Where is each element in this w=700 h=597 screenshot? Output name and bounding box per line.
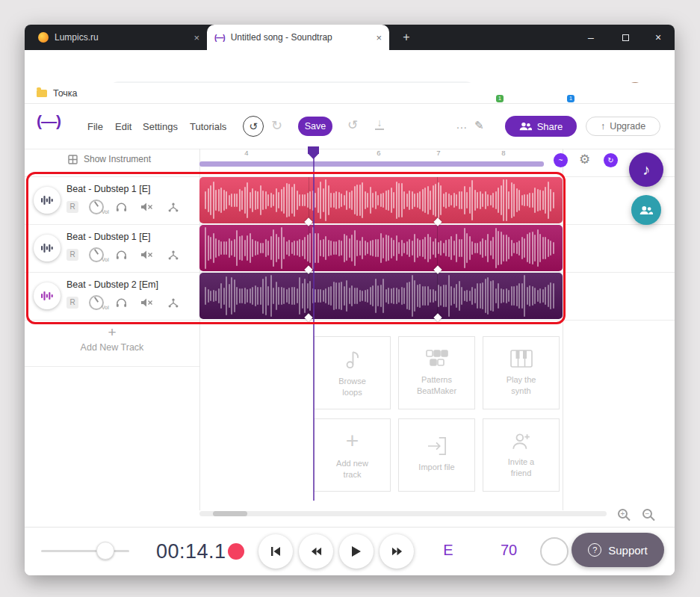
track-instrument-button[interactable] bbox=[34, 187, 61, 214]
scrollbar-thumb[interactable] bbox=[213, 511, 247, 516]
waveform-bar bbox=[335, 241, 337, 255]
waveform-bar bbox=[506, 235, 507, 262]
tab-close-icon[interactable]: × bbox=[376, 32, 382, 43]
wave-settings-button[interactable]: ~ bbox=[554, 153, 568, 167]
share-label: Share bbox=[537, 121, 563, 132]
plus-icon: + bbox=[25, 325, 199, 340]
sync-button[interactable]: ↻ bbox=[604, 153, 618, 167]
automation-button[interactable] bbox=[168, 250, 179, 263]
waveform-bar bbox=[205, 287, 206, 306]
new-tab-button[interactable]: + bbox=[398, 29, 415, 46]
waveform-bar bbox=[255, 191, 256, 210]
clip-waveform[interactable] bbox=[199, 177, 563, 223]
waveform-bar bbox=[393, 288, 394, 303]
rename-pencil-icon[interactable]: ✎ bbox=[474, 119, 484, 132]
mute-button[interactable] bbox=[140, 202, 153, 215]
card-import-file[interactable]: Import file bbox=[398, 418, 475, 492]
undo-button[interactable]: ↺ bbox=[243, 116, 264, 137]
playhead-marker[interactable] bbox=[308, 146, 319, 159]
minimize-button[interactable]: – bbox=[577, 25, 604, 50]
waveform-bar bbox=[344, 195, 345, 205]
monitor-button[interactable] bbox=[116, 202, 127, 215]
waveform-bar bbox=[527, 287, 528, 305]
redo-button[interactable]: ↻ bbox=[271, 117, 282, 134]
maximize-button[interactable] bbox=[612, 25, 639, 50]
card-invite-friend[interactable]: Invite a friend bbox=[483, 418, 560, 492]
menu-edit[interactable]: Edit bbox=[115, 121, 131, 132]
waveform-bar bbox=[349, 288, 350, 303]
waveform-bar bbox=[534, 188, 536, 212]
monitor-button[interactable] bbox=[116, 297, 127, 311]
waveform-bar bbox=[356, 240, 358, 257]
waveform-bar bbox=[464, 228, 465, 268]
clip-waveform[interactable] bbox=[199, 273, 563, 319]
tab-lumpics[interactable]: Lumpics.ru × bbox=[31, 25, 207, 50]
record-arm-button[interactable]: R bbox=[66, 249, 78, 261]
waveform-bar bbox=[234, 239, 235, 258]
rewind-button[interactable] bbox=[299, 534, 333, 569]
waveform-bar bbox=[210, 237, 211, 259]
track-instrument-button[interactable] bbox=[34, 235, 61, 262]
waveform-bar bbox=[323, 290, 324, 302]
share-button[interactable]: Share bbox=[505, 116, 577, 137]
waveform-bar bbox=[380, 194, 382, 207]
support-button[interactable]: ? Support bbox=[572, 533, 664, 567]
zoom-in-button[interactable]: + bbox=[618, 509, 628, 519]
tempo-display[interactable]: 70 bbox=[494, 542, 524, 559]
skip-start-button[interactable] bbox=[258, 534, 293, 569]
waveform-bar bbox=[220, 283, 222, 309]
waveform-bar bbox=[513, 243, 515, 254]
record-arm-button[interactable]: R bbox=[66, 201, 78, 213]
waveform-bar bbox=[466, 290, 468, 302]
timeline-ruler[interactable] bbox=[199, 161, 544, 167]
clip-waveform[interactable] bbox=[199, 225, 563, 271]
show-instrument-toggle[interactable]: Show Instrument bbox=[68, 154, 151, 164]
mute-button[interactable] bbox=[140, 250, 153, 263]
collaboration-fab-button[interactable] bbox=[631, 195, 661, 225]
card-add-track[interactable]: + Add new track bbox=[314, 418, 391, 492]
key-display[interactable]: E bbox=[437, 542, 459, 559]
soundtrap-logo[interactable]: (—) bbox=[37, 112, 61, 130]
master-volume-slider[interactable] bbox=[41, 550, 129, 552]
card-browse-loops[interactable]: Browse loops bbox=[314, 336, 391, 409]
menu-tutorials[interactable]: Tutorials bbox=[190, 121, 226, 132]
play-button[interactable] bbox=[339, 534, 374, 569]
history-icon[interactable]: ↺ bbox=[347, 117, 358, 133]
menu-file[interactable]: File bbox=[87, 121, 103, 132]
waveform-bar bbox=[506, 288, 507, 303]
add-new-track-button[interactable]: + Add New Track bbox=[25, 325, 199, 353]
waveform-bar bbox=[495, 288, 497, 303]
tab-soundtrap[interactable]: (—) Untitled song - Soundtrap × bbox=[207, 25, 389, 50]
volume-slider-knob[interactable] bbox=[96, 542, 114, 560]
metronome-button[interactable] bbox=[540, 537, 569, 566]
mute-button[interactable] bbox=[140, 297, 153, 311]
monitor-button[interactable] bbox=[116, 250, 127, 263]
record-arm-button[interactable]: R bbox=[66, 297, 78, 309]
track-instrument-button[interactable] bbox=[34, 282, 61, 309]
waveform-bar bbox=[267, 241, 269, 256]
loops-fab-button[interactable]: ♪ bbox=[629, 152, 663, 187]
zoom-out-button[interactable]: − bbox=[642, 509, 652, 519]
fast-forward-button[interactable] bbox=[380, 534, 414, 569]
waveform-bar bbox=[302, 283, 303, 309]
more-options[interactable]: ... bbox=[456, 119, 468, 131]
fast-forward-icon bbox=[391, 546, 403, 557]
timeline-scrollbar[interactable] bbox=[199, 511, 607, 516]
download-button[interactable]: ↓ bbox=[374, 117, 385, 130]
bookmark-item[interactable]: Точка bbox=[37, 86, 78, 101]
automation-button[interactable] bbox=[168, 297, 179, 311]
studio-settings-button[interactable]: ⚙ bbox=[579, 152, 590, 167]
card-play-synth[interactable]: Play the synth bbox=[483, 336, 560, 409]
waveform-bar bbox=[365, 241, 366, 256]
close-button[interactable]: × bbox=[645, 25, 672, 50]
record-button[interactable] bbox=[228, 543, 244, 560]
waveform-bar bbox=[461, 191, 462, 210]
upgrade-button[interactable]: ↑ Upgrade bbox=[586, 117, 660, 136]
menu-settings[interactable]: Settings bbox=[143, 121, 178, 132]
waveform-bar bbox=[255, 285, 256, 306]
save-button[interactable]: Save bbox=[298, 117, 332, 136]
tab-close-icon[interactable]: × bbox=[193, 32, 199, 43]
automation-button[interactable] bbox=[168, 202, 179, 215]
card-patterns-beatmaker[interactable]: Patterns BeatMaker bbox=[398, 336, 475, 409]
waveform-bar bbox=[229, 195, 230, 205]
